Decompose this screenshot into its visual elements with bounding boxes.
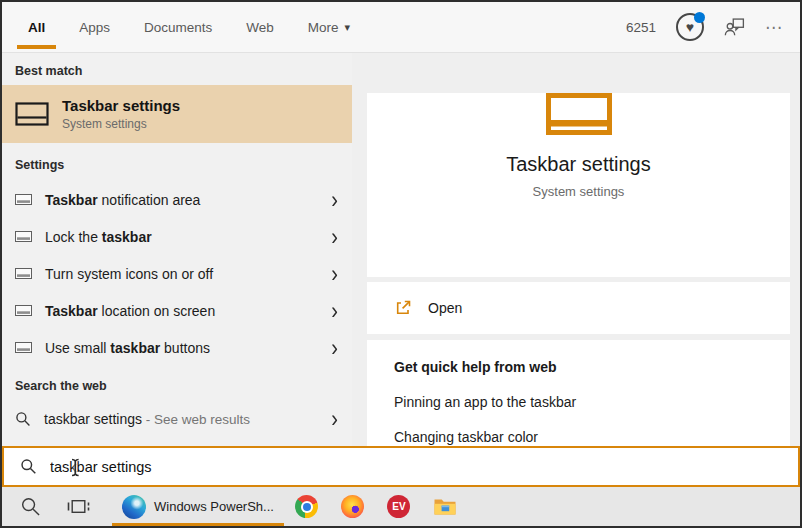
taskbar-glyph-icon <box>15 342 32 353</box>
search-web-section-header: Search the web <box>2 366 352 400</box>
taskbar-glyph-icon <box>15 231 32 242</box>
preview-subtitle: System settings <box>367 184 790 199</box>
taskbar-glyph-icon <box>15 305 32 316</box>
quick-help-header: Get quick help from web <box>394 359 790 375</box>
expressvpn-icon[interactable]: EV <box>376 487 422 526</box>
rewards-points-count: 6251 <box>626 20 656 35</box>
help-link-changing-color[interactable]: Changing taskbar color <box>394 429 790 445</box>
open-label: Open <box>428 300 462 316</box>
chevron-right-icon: › <box>331 262 338 285</box>
settings-item-lock-the-taskbar[interactable]: Lock the taskbar › <box>2 218 352 255</box>
taskbar-app-powershell-button[interactable]: Windows PowerSh... <box>112 487 284 526</box>
quick-help-card: Get quick help from web Pinning an app t… <box>367 340 790 446</box>
best-match-header: Best match <box>2 53 352 85</box>
chrome-icon[interactable] <box>284 487 330 526</box>
tab-apps[interactable]: Apps <box>75 2 114 52</box>
best-match-title: Taskbar settings <box>62 97 180 114</box>
chevron-down-icon: ▾ <box>345 21 351 34</box>
windows-taskbar: Windows PowerSh... EV <box>2 487 800 526</box>
see-more-icon[interactable]: ⋯ <box>765 17 784 38</box>
taskbar-settings-large-icon <box>546 93 612 135</box>
firefox-icon[interactable] <box>330 487 376 526</box>
settings-item-taskbar-notification-area[interactable]: Taskbar notification area › <box>2 181 352 218</box>
feedback-icon[interactable] <box>724 17 745 37</box>
search-icon <box>20 458 37 475</box>
help-link-pinning-app[interactable]: Pinning an app to the taskbar <box>394 394 790 410</box>
preview-hero-card: Taskbar settings System settings <box>367 93 790 277</box>
file-explorer-icon[interactable] <box>422 487 468 526</box>
heart-icon: ♥ <box>686 20 694 34</box>
search-box <box>2 446 800 487</box>
web-search-label: taskbar settings - See web results <box>44 411 250 427</box>
taskbar-glyph-icon <box>15 194 32 205</box>
settings-item-small-taskbar-buttons[interactable]: Use small taskbar buttons › <box>2 329 352 366</box>
results-panel: Best match Taskbar settings System setti… <box>2 53 352 446</box>
taskbar-settings-icon <box>15 102 49 126</box>
edge-icon <box>122 495 146 519</box>
settings-item-label: Lock the taskbar <box>45 229 152 245</box>
tab-more-label: More <box>308 20 339 35</box>
open-action-button[interactable]: Open <box>367 282 790 334</box>
chevron-right-icon: › <box>331 407 338 430</box>
settings-item-label: Taskbar notification area <box>45 192 200 208</box>
tab-web[interactable]: Web <box>242 2 278 52</box>
preview-panel: Taskbar settings System settings Open Ge… <box>352 53 800 446</box>
settings-item-label: Taskbar location on screen <box>45 303 215 319</box>
chevron-right-icon: › <box>331 188 338 211</box>
settings-section-header: Settings <box>2 143 352 179</box>
search-icon <box>15 411 31 427</box>
settings-item-label: Turn system icons on or off <box>45 266 213 282</box>
chevron-right-icon: › <box>331 225 338 248</box>
taskbar-app-label: Windows PowerSh... <box>154 499 274 514</box>
tab-documents[interactable]: Documents <box>140 2 216 52</box>
settings-item-taskbar-location[interactable]: Taskbar location on screen › <box>2 292 352 329</box>
settings-result-list: Taskbar notification area › Lock the tas… <box>2 181 352 366</box>
open-icon <box>394 299 412 317</box>
settings-item-label: Use small taskbar buttons <box>45 340 210 356</box>
task-view-icon[interactable] <box>58 487 98 526</box>
search-filter-bar: All Apps Documents Web More ▾ 6251 ♥ <box>2 2 800 53</box>
topbar-actions: 6251 ♥ ⋯ <box>626 2 784 52</box>
tab-all[interactable]: All <box>24 2 49 52</box>
search-input[interactable] <box>50 459 798 475</box>
web-search-result[interactable]: taskbar settings - See web results › <box>2 400 352 437</box>
chevron-right-icon: › <box>331 336 338 359</box>
taskbar-search-button[interactable] <box>2 487 58 526</box>
tab-more[interactable]: More ▾ <box>304 2 354 52</box>
taskbar-glyph-icon <box>15 268 32 279</box>
windows-search-flyout: All Apps Documents Web More ▾ 6251 ♥ <box>0 0 802 528</box>
rewards-heart-icon[interactable]: ♥ <box>676 13 704 41</box>
settings-item-turn-system-icons[interactable]: Turn system icons on or off › <box>2 255 352 292</box>
best-match-result[interactable]: Taskbar settings System settings <box>2 85 352 143</box>
ibeam-cursor-icon <box>70 458 81 481</box>
filter-tabs: All Apps Documents Web More ▾ <box>24 2 380 52</box>
notification-dot <box>694 12 705 23</box>
chevron-right-icon: › <box>331 299 338 322</box>
best-match-subtitle: System settings <box>62 117 180 131</box>
preview-title: Taskbar settings <box>367 153 790 176</box>
